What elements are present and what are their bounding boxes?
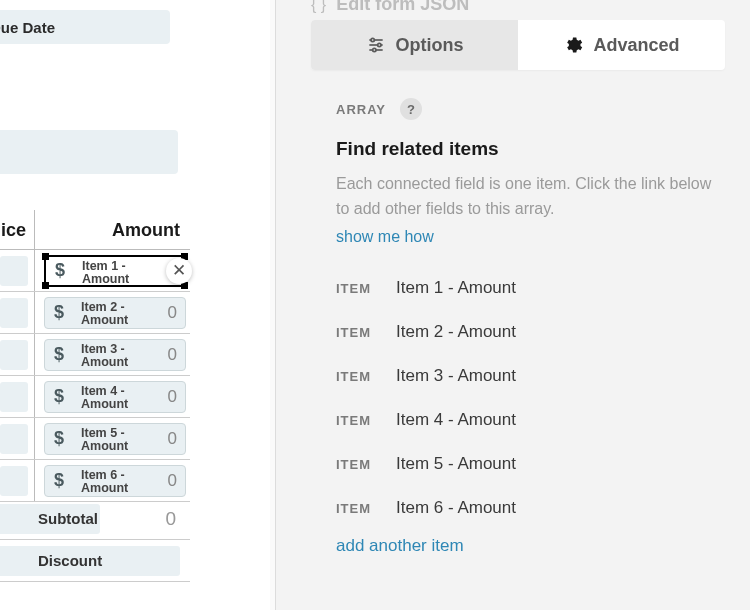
dollar-icon: $	[45, 428, 73, 449]
tab-advanced-label: Advanced	[593, 35, 679, 56]
list-item[interactable]: ITEMItem 1 - Amount	[336, 266, 720, 310]
table-row: $ Item 2 -Amount 0	[0, 292, 190, 334]
ice-field[interactable]	[0, 298, 28, 328]
list-item[interactable]: ITEMItem 2 - Amount	[336, 310, 720, 354]
gear-icon	[563, 35, 583, 55]
item-label: Item 3 - Amount	[396, 366, 516, 386]
dollar-icon: $	[45, 302, 73, 323]
list-item[interactable]: ITEMItem 5 - Amount	[336, 442, 720, 486]
tab-options-label: Options	[396, 35, 464, 56]
dollar-icon: $	[45, 386, 73, 407]
col-header-amount: Amount	[35, 210, 190, 249]
svg-point-5	[372, 48, 375, 51]
dollar-icon: $	[45, 470, 73, 491]
table-header: ice Amount	[0, 210, 190, 250]
item-label: Item 4 - Amount	[396, 410, 516, 430]
amount-field[interactable]: $ Item 5 -Amount 0	[44, 423, 186, 455]
table-row: $ Item 3 -Amount 0	[0, 334, 190, 376]
amount-value: 0	[168, 345, 177, 365]
svg-point-3	[371, 38, 374, 41]
amount-field[interactable]: $ Item 3 -Amount 0	[44, 339, 186, 371]
show-me-how-link[interactable]: show me how	[336, 228, 434, 246]
item-label: Item 5 - Amount	[396, 454, 516, 474]
edit-form-json[interactable]: { } Edit form JSON	[311, 0, 469, 15]
item-tag: ITEM	[336, 281, 396, 296]
amount-label: Item 3 -Amount	[81, 343, 128, 371]
dollar-icon: $	[46, 260, 74, 281]
svg-point-4	[377, 43, 380, 46]
ice-field[interactable]	[0, 424, 28, 454]
item-label: Item 1 - Amount	[396, 278, 516, 298]
cell-ice	[0, 250, 35, 291]
properties-panel: { } Edit form JSON Options Advanced ARRA…	[275, 0, 750, 610]
add-another-item-link[interactable]: add another item	[336, 536, 464, 556]
amount-label: Item 4 -Amount	[81, 385, 128, 413]
dollar-icon: $	[45, 344, 73, 365]
list-item[interactable]: ITEMItem 4 - Amount	[336, 398, 720, 442]
items-list: ITEMItem 1 - Amount ITEMItem 2 - Amount …	[336, 266, 720, 530]
summary: Subtotal 0 Discount	[0, 498, 190, 582]
form-canvas: Due Date ice Amount $ Item 1 -Amount ✕	[0, 0, 270, 610]
sliders-icon	[366, 35, 386, 55]
amount-label: Item 1 -Amount	[82, 260, 129, 288]
ice-field[interactable]	[0, 382, 28, 412]
item-tag: ITEM	[336, 325, 396, 340]
tabs: Options Advanced	[311, 20, 725, 70]
close-icon[interactable]: ✕	[166, 258, 192, 284]
array-label: ARRAY	[336, 102, 386, 117]
amount-value: 0	[168, 471, 177, 491]
amount-field[interactable]: $ Item 4 -Amount 0	[44, 381, 186, 413]
amount-field[interactable]: $ Item 2 -Amount 0	[44, 297, 186, 329]
item-label: Item 6 - Amount	[396, 498, 516, 518]
item-tag: ITEM	[336, 501, 396, 516]
table-row: $ Item 1 -Amount ✕	[0, 250, 190, 292]
amount-value: 0	[168, 387, 177, 407]
item-tag: ITEM	[336, 457, 396, 472]
help-text: Each connected field is one item. Click …	[336, 172, 720, 222]
items-table: ice Amount $ Item 1 -Amount ✕	[0, 210, 190, 502]
array-header: ARRAY ?	[336, 98, 422, 120]
discount-label[interactable]: Discount	[0, 546, 180, 576]
tab-options[interactable]: Options	[311, 20, 518, 70]
section-title: Find related items	[336, 138, 499, 160]
list-item[interactable]: ITEMItem 3 - Amount	[336, 354, 720, 398]
list-item[interactable]: ITEMItem 6 - Amount	[336, 486, 720, 530]
item-tag: ITEM	[336, 413, 396, 428]
subtotal-label[interactable]: Subtotal	[0, 504, 100, 534]
help-icon[interactable]: ?	[400, 98, 422, 120]
due-date-field[interactable]: Due Date	[0, 10, 170, 44]
amount-label: Item 5 -Amount	[81, 427, 128, 455]
amount-label: Item 6 -Amount	[81, 469, 128, 497]
edit-json-label: Edit form JSON	[336, 0, 469, 15]
item-label: Item 2 - Amount	[396, 322, 516, 342]
cell-amount: $ Item 1 -Amount ✕	[35, 250, 190, 291]
table-row: $ Item 6 -Amount 0	[0, 460, 190, 502]
col-header-ice: ice	[0, 210, 35, 249]
ice-field[interactable]	[0, 340, 28, 370]
discount-row: Discount	[0, 540, 190, 582]
item-tag: ITEM	[336, 369, 396, 384]
amount-value: 0	[168, 303, 177, 323]
amount-value: 0	[168, 429, 177, 449]
subtotal-value: 0	[100, 508, 190, 530]
amount-label: Item 2 -Amount	[81, 301, 128, 329]
ice-field[interactable]	[0, 466, 28, 496]
braces-icon: { }	[311, 0, 326, 14]
table-row: $ Item 5 -Amount 0	[0, 418, 190, 460]
blank-field[interactable]	[0, 130, 178, 174]
subtotal-row: Subtotal 0	[0, 498, 190, 540]
table-row: $ Item 4 -Amount 0	[0, 376, 190, 418]
ice-field[interactable]	[0, 256, 28, 286]
tab-advanced[interactable]: Advanced	[518, 20, 725, 70]
amount-field[interactable]: $ Item 6 -Amount 0	[44, 465, 186, 497]
amount-field-selected[interactable]: $ Item 1 -Amount	[44, 255, 186, 287]
